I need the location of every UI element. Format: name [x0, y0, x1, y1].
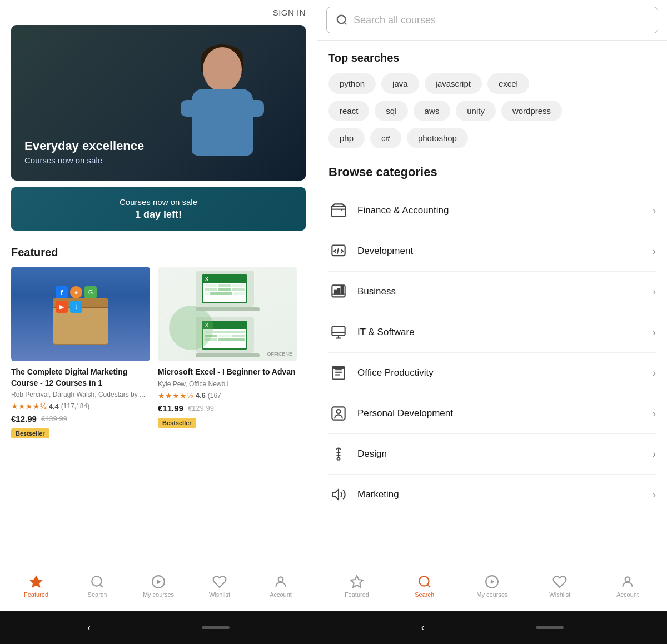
tag-react[interactable]: react	[328, 101, 369, 121]
tag-row-2: react sql aws unity wordpress	[328, 101, 656, 121]
category-item-personal-development[interactable]: Personal Development ›	[328, 393, 656, 434]
svg-point-1	[92, 576, 101, 586]
tag-csharp[interactable]: c#	[370, 128, 401, 148]
nav-label-account-right: Account	[616, 591, 639, 598]
tag-photoshop[interactable]: photoshop	[407, 128, 468, 148]
stars-excel: ★★★★½	[158, 391, 193, 400]
chevron-marketing: ›	[653, 489, 656, 501]
tag-wordpress[interactable]: wordpress	[501, 101, 562, 121]
chevron-it-software: ›	[653, 327, 656, 338]
sign-in-button[interactable]: SIGN IN	[273, 8, 306, 17]
category-name-finance: Finance & Accounting	[357, 205, 644, 216]
heart-icon-right	[552, 575, 567, 589]
hero-subtitle: Courses now on sale	[24, 156, 144, 165]
svg-rect-8	[331, 207, 346, 217]
search-content: Top searches python java javascript exce…	[317, 41, 667, 561]
category-item-it-software[interactable]: IT & Software ›	[328, 312, 656, 353]
course-card-excel[interactable]: X	[158, 267, 297, 438]
search-bar-container: Search all courses	[317, 0, 667, 41]
nav-search-right[interactable]: Search	[408, 575, 441, 598]
category-item-office-productivity[interactable]: Office Productivity ›	[328, 353, 656, 393]
right-bottom-nav: Featured Search My courses Wishlist	[317, 561, 667, 611]
category-item-design[interactable]: Design ›	[328, 434, 656, 475]
person-icon-left	[273, 575, 288, 589]
search-bar[interactable]: Search all courses	[326, 7, 658, 33]
course-name-digital-marketing: The Complete Digital Marketing Course - …	[11, 367, 150, 388]
sale-line1: Courses now on sale	[21, 197, 296, 207]
category-item-development[interactable]: Development ›	[328, 231, 656, 272]
svg-line-33	[427, 585, 430, 587]
category-name-office-productivity: Office Productivity	[357, 367, 644, 378]
android-back-left[interactable]: ‹	[87, 622, 91, 633]
svg-marker-35	[491, 579, 495, 584]
courses-row: f ● G ▶ t The Complete Digital Marketing…	[11, 267, 306, 438]
category-name-design: Design	[357, 448, 644, 460]
nav-label-wishlist-right: Wishlist	[549, 591, 570, 598]
svg-rect-14	[338, 288, 340, 294]
rating-digital-marketing: 4.4	[49, 402, 59, 411]
course-name-excel: Microsoft Excel - I Beginner to Advan	[158, 367, 297, 378]
chevron-finance: ›	[653, 205, 656, 217]
svg-point-26	[337, 410, 341, 413]
person-torso	[192, 89, 253, 156]
featured-section: Featured f ● G ▶ t	[0, 237, 317, 561]
search-icon-right	[417, 575, 432, 589]
nav-label-search-left: Search	[88, 591, 107, 598]
category-name-business: Business	[357, 286, 644, 297]
tag-aws[interactable]: aws	[414, 101, 451, 121]
svg-rect-13	[335, 291, 337, 294]
category-item-finance[interactable]: Finance & Accounting ›	[328, 191, 656, 231]
chevron-business: ›	[653, 286, 656, 298]
tag-java[interactable]: java	[381, 73, 419, 94]
nav-mycourses-right[interactable]: My courses	[475, 575, 509, 598]
svg-point-6	[337, 16, 346, 24]
svg-marker-4	[157, 579, 161, 584]
android-back-right[interactable]: ‹	[421, 622, 425, 633]
tag-sql[interactable]: sql	[375, 101, 407, 121]
nav-label-mycourses-left: My courses	[143, 591, 174, 598]
green-blob	[169, 306, 213, 350]
svg-line-10	[337, 248, 339, 253]
svg-point-5	[278, 577, 283, 582]
rating-count-digital-marketing: (117,184)	[61, 402, 89, 410]
price-current-digital-marketing: €12.99	[11, 414, 37, 423]
nav-label-featured-left: Featured	[24, 591, 48, 598]
price-row-excel: €11.99 €129.99	[158, 403, 297, 413]
chart-icon	[328, 282, 349, 302]
android-home-right[interactable]	[536, 626, 564, 629]
search-icon-left	[90, 575, 104, 589]
nav-label-wishlist-left: Wishlist	[209, 591, 230, 598]
play-icon-left	[151, 575, 166, 589]
nav-wishlist-left[interactable]: Wishlist	[203, 575, 236, 598]
code-icon	[328, 241, 349, 261]
nav-wishlist-right[interactable]: Wishlist	[543, 575, 576, 598]
tag-javascript[interactable]: javascript	[425, 73, 482, 94]
tag-excel[interactable]: excel	[487, 73, 529, 94]
search-bar-icon	[336, 14, 348, 26]
hero-banner[interactable]: Everyday excellence Courses now on sale	[11, 25, 306, 181]
svg-point-32	[419, 576, 429, 586]
svg-line-7	[344, 22, 346, 24]
stars-row-excel: ★★★★½ 4.6 (167	[158, 391, 297, 400]
nav-search-left[interactable]: Search	[81, 575, 114, 598]
course-card-digital-marketing[interactable]: f ● G ▶ t The Complete Digital Marketing…	[11, 267, 150, 438]
category-item-business[interactable]: Business ›	[328, 272, 656, 312]
svg-line-2	[100, 585, 103, 587]
android-home-left[interactable]	[202, 626, 230, 629]
nav-label-mycourses-right: My courses	[476, 591, 507, 598]
tag-unity[interactable]: unity	[456, 101, 496, 121]
hero-title: Everyday excellence	[24, 139, 144, 153]
nav-featured-left[interactable]: Featured	[19, 575, 53, 598]
nav-account-left[interactable]: Account	[264, 575, 297, 598]
nav-mycourses-left[interactable]: My courses	[142, 575, 175, 598]
hero-text: Everyday excellence Courses now on sale	[24, 139, 144, 165]
sale-banner[interactable]: Courses now on sale 1 day left!	[11, 187, 306, 231]
monitor-icon	[328, 322, 349, 342]
nav-featured-right[interactable]: Featured	[340, 575, 374, 598]
category-item-marketing[interactable]: Marketing ›	[328, 475, 656, 515]
sale-line2: 1 day left!	[21, 209, 296, 221]
svg-marker-0	[30, 576, 42, 587]
tag-php[interactable]: php	[328, 128, 365, 148]
nav-account-right[interactable]: Account	[611, 575, 644, 598]
tag-python[interactable]: python	[328, 73, 376, 94]
